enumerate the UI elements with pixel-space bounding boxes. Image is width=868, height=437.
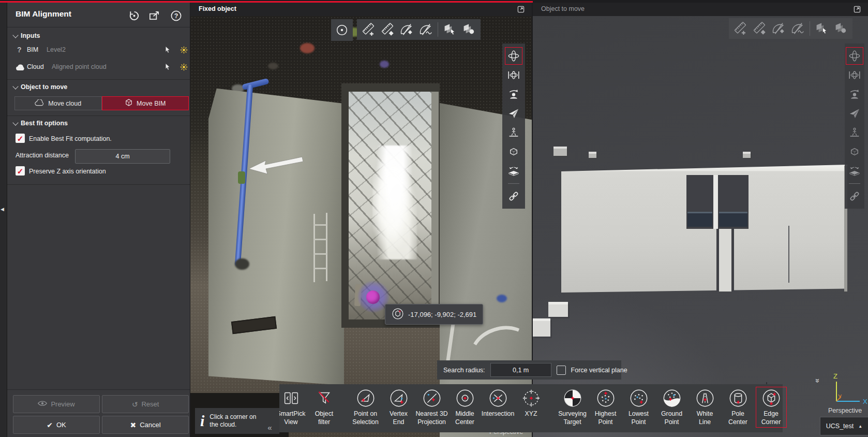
pick-cloud-cursor-icon[interactable] (162, 62, 173, 72)
point-cloud-figure (372, 145, 417, 259)
pick-tool-intersection[interactable]: Intersection (483, 387, 514, 428)
highlight-bim-icon[interactable] (178, 45, 189, 55)
enable-best-fit-checkbox[interactable]: ✓ (16, 134, 25, 143)
reset-tool-icon[interactable] (128, 9, 140, 22)
nav-look-around-button[interactable] (846, 85, 863, 103)
constrained-orbit-icon (847, 68, 862, 82)
blue-object (497, 295, 507, 302)
nav-station-view-button[interactable] (505, 124, 522, 141)
measure-component-button[interactable] (751, 20, 768, 37)
measure-add-button[interactable] (731, 20, 749, 37)
nav-constrained-orbit-button[interactable] (505, 66, 522, 84)
nav-constrained-orbit-button[interactable] (846, 66, 863, 84)
cloud-input-value[interactable]: Aligned point cloud (52, 63, 107, 70)
pick-object-button[interactable] (813, 20, 831, 37)
look-around-icon (506, 87, 521, 101)
pick-surface-button[interactable] (460, 21, 478, 38)
more-tools-icon[interactable]: » (807, 378, 822, 437)
pick-tool-vertex-end[interactable]: VertexEnd (383, 387, 414, 428)
bim-input-value[interactable]: Level2 (47, 46, 66, 53)
toolbar-divider (508, 183, 519, 184)
edge-corner-icon (761, 388, 781, 410)
reset-icon: ↺ (132, 401, 138, 408)
nav-look-around-button[interactable] (505, 85, 522, 103)
pick-tool-lowest-point[interactable]: LowestPoint (623, 387, 654, 428)
pick-tool-white-line[interactable]: WhiteLine (690, 387, 721, 428)
pick-tool-pole-center[interactable]: PoleCenter (723, 387, 754, 428)
bim-step (533, 318, 550, 337)
pick-tool-label: View (284, 418, 297, 426)
ladder (313, 268, 327, 269)
help-icon[interactable]: ? (170, 9, 182, 22)
highlight-cloud-icon[interactable] (178, 62, 189, 72)
pick-bim-cursor-icon[interactable] (162, 45, 173, 55)
panel-collapse-rail[interactable]: ◀ (0, 3, 7, 437)
pick-tool-edge-corner[interactable]: EdgeCorner (756, 387, 787, 428)
section-caret-icon[interactable] (12, 83, 18, 89)
measure-angle-wave-button[interactable] (417, 21, 435, 38)
pick-surface-button[interactable] (832, 20, 850, 37)
orbit-icon (506, 49, 521, 63)
collapse-hint-icon[interactable]: « (267, 423, 272, 432)
force-vertical-checkbox[interactable]: ✓ (557, 366, 566, 375)
pick-tool-label: Edge (764, 410, 779, 418)
undock-view-icon[interactable] (517, 5, 526, 14)
search-radius-input[interactable] (490, 363, 551, 377)
preserve-z-label: Preserve Z axis orientation (29, 168, 106, 175)
nav-turn-box-button[interactable] (505, 162, 522, 180)
section-caret-icon[interactable] (12, 120, 18, 125)
move-cloud-button[interactable]: Move cloud (14, 96, 102, 110)
nav-fly-button[interactable] (505, 105, 522, 122)
measure-angle-wave-button[interactable] (789, 20, 806, 37)
pick-tool-point-on-selection[interactable]: Point onSelection (350, 387, 381, 428)
measure-component-button[interactable] (379, 21, 396, 38)
measure-angle-button[interactable] (398, 21, 415, 38)
pick-tool-smartpick-view[interactable]: SmartPickView (276, 387, 307, 428)
nav-examine-box-button[interactable] (505, 143, 522, 161)
bim-window-glass (687, 212, 712, 227)
door-jamb (431, 92, 439, 319)
pick-tool-surveying-target[interactable]: SurveyingTarget (557, 387, 588, 428)
nav-turn-box-button[interactable] (846, 162, 863, 180)
pick-object-button[interactable] (441, 21, 459, 38)
toolbar-divider (810, 21, 810, 36)
pick-tool-nearest-3d-projection[interactable]: Nearest 3DProjection (416, 387, 447, 428)
picking-mode-button[interactable] (331, 19, 353, 41)
best-fit-section-header[interactable]: Best fit options (21, 120, 68, 127)
preview-button[interactable]: Preview (13, 395, 100, 413)
reset-button[interactable]: ↺ Reset (102, 395, 189, 413)
bim-step (548, 302, 568, 317)
nav-orbit-button[interactable] (846, 47, 863, 65)
cancel-button[interactable]: ✖ Cancel (102, 416, 189, 434)
measure-add-button[interactable] (360, 21, 377, 38)
pick-tool-xyz[interactable]: XYZ (516, 387, 547, 428)
nav-examine-box-button[interactable] (846, 143, 863, 161)
pick-tool-label: Projection (417, 418, 446, 426)
move-bim-button[interactable]: Move BIM (102, 96, 189, 110)
ucs-selector[interactable]: UCS_test ▲ (820, 417, 868, 435)
pick-tool-label: filter (318, 418, 330, 426)
nav-link-views-button[interactable] (505, 187, 522, 205)
preserve-z-checkbox[interactable]: ✓ (16, 166, 25, 176)
undock-view-icon[interactable] (853, 5, 862, 14)
projection-mode-label[interactable]: Perspective (828, 407, 862, 414)
pick-tool-ground-point[interactable]: GroundPoint (656, 387, 687, 428)
pick-tool-object-filter[interactable]: Objectfilter (309, 387, 340, 428)
pick-tool-middle-center[interactable]: MiddleCenter (450, 387, 481, 428)
undock-panel-icon[interactable] (148, 9, 160, 22)
nav-fly-button[interactable] (846, 105, 863, 122)
ok-button[interactable]: ✔ OK (13, 416, 100, 434)
attraction-distance-input[interactable] (75, 149, 170, 164)
object-to-move-section-header[interactable]: Object to move (21, 83, 67, 91)
inputs-section-header[interactable]: Inputs (21, 32, 40, 39)
nav-orbit-button[interactable] (505, 47, 522, 65)
section-caret-icon[interactable] (12, 32, 18, 38)
nav-link-views-button[interactable] (846, 187, 863, 205)
pick-tool-highest-point[interactable]: HighestPoint (590, 387, 621, 428)
pick-tool-label: Object (315, 410, 334, 418)
pick-tool-label: Line (699, 418, 711, 426)
collapse-panel-icon[interactable]: ◀ (1, 207, 4, 212)
nav-station-view-button[interactable] (846, 124, 863, 141)
measure-angle-button[interactable] (770, 20, 787, 37)
bim-alignment-app: ◀ BIM Alignment ? Inputs ? BIM Level2 Cl… (0, 0, 868, 437)
